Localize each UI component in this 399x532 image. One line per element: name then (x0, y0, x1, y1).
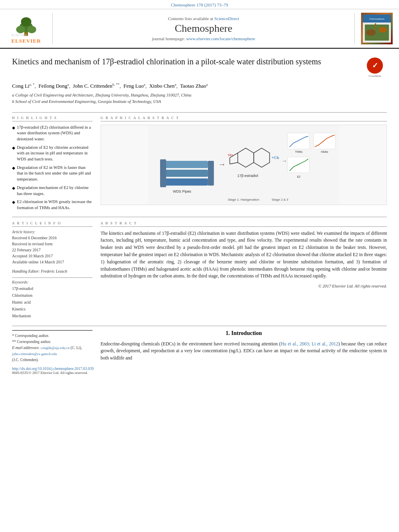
author-taotao-zhao: Taotao Zhao (180, 83, 206, 89)
handling-editor: Handling Editor: Frederic Leusch (12, 268, 93, 274)
email-conglik[interactable]: conglik@zju.edu.cn (41, 346, 70, 350)
svg-rect-18 (160, 159, 166, 187)
svg-point-3 (27, 26, 36, 33)
introduction-heading: 1. Introduction (101, 330, 387, 337)
bullet-5: ◆ (12, 199, 15, 205)
journal-reference-bar: Chemosphere 178 (2017) 73–79 (0, 0, 399, 9)
received-revised-date: 22 February 2017 (12, 247, 93, 253)
affiliation-a: a College of Civil Engineering and Archi… (12, 92, 387, 99)
svg-rect-15 (160, 170, 208, 177)
homepage-url[interactable]: www.elsevier.com/locate/chemosphere (186, 36, 255, 41)
svg-rect-12 (375, 23, 376, 31)
accepted-date: Accepted 10 March 2017 (12, 253, 93, 259)
highlights-column: H I G H L I G H T S ◆ 17β-estradiol (E2)… (12, 116, 93, 214)
doi-link[interactable]: http://dx.doi.org/10.1016/j.chemosphere.… (12, 367, 93, 371)
journal-reference-text: Chemosphere 178 (2017) 73–79 (171, 2, 228, 7)
svg-rect-29 (288, 133, 309, 149)
author-cong-li: Cong Li (12, 83, 29, 89)
journal-header: ELSEVIER ELSEVIER Contents lists availab… (0, 9, 399, 49)
svg-text:Chemosphere: Chemosphere (369, 18, 385, 20)
received-revised-label: Received in revised form (12, 241, 93, 247)
affiliation-b: b School of Civil and Environmental Engi… (12, 99, 387, 105)
footnotes-column: * Corresponding author. ** Corresponding… (12, 330, 93, 375)
sciencedirect-link[interactable]: ScienceDirect (214, 16, 239, 21)
ref-hu-2003[interactable]: Hu et al., 2003; Li et al., 2012 (281, 341, 338, 346)
svg-text:→: → (282, 158, 287, 164)
divider-after-affiliations (12, 112, 387, 113)
svg-text:E2: E2 (297, 175, 300, 178)
article-title-section: Kinetics and mechanism of 17β-estradiol … (0, 49, 399, 82)
article-history: Article history: Received 6 December 201… (12, 230, 93, 265)
footnote-star-star: ** Corresponding author. (12, 339, 93, 345)
author-crittenden: John C. Crittenden (73, 83, 112, 89)
author-feng-luo: Feng Luo (123, 83, 144, 89)
svg-text:17β-estradiol: 17β-estradiol (237, 173, 258, 177)
elsevier-logo: ELSEVIER ELSEVIER (0, 13, 52, 44)
copyright-text: © 2017 Elsevier Ltd. All rights reserved… (101, 284, 387, 288)
issn-text: 0045-6535/© 2017 Elsevier Ltd. All right… (12, 371, 93, 375)
svg-point-10 (366, 29, 376, 36)
email-crittenden[interactable]: john.crittenden@ce.gatech.edu (12, 352, 57, 356)
svg-text:→: → (218, 160, 226, 168)
graphical-abstract-svg: WDS Pipes → OH 17β-estradiol (101, 125, 387, 205)
keywords-list: 17β-estradiol Chlorination Humic acid Ki… (12, 285, 93, 319)
affiliations-section: a College of Civil Engineering and Archi… (0, 90, 399, 109)
abstract-heading: A B S T R A C T (101, 221, 387, 227)
article-info-heading: A R T I C L E I N F O (12, 221, 93, 227)
article-info-column: A R T I C L E I N F O Article history: R… (12, 221, 93, 322)
keywords-label: Keywords: (12, 280, 93, 284)
abstract-column: A B S T R A C T The kinetics and mechani… (101, 221, 387, 322)
abstract-text: The kinetics and mechanisms of 17β-estra… (101, 230, 387, 280)
graphical-abstract-image: WDS Pipes → OH 17β-estradiol (101, 125, 387, 205)
journal-title: Chemosphere (53, 23, 354, 35)
svg-point-2 (16, 26, 25, 33)
keyword-4: Kinetics (12, 306, 93, 312)
divider-before-intro (12, 326, 387, 326)
elsevier-tree-icon: ELSEVIER (8, 13, 44, 37)
keyword-2: Chlorination (12, 292, 93, 299)
homepage-line: journal homepage: www.elsevier.com/locat… (53, 36, 354, 41)
svg-text:THMs: THMs (295, 150, 302, 153)
contents-line: Contents lists available at ScienceDirec… (53, 16, 354, 21)
article-title: Kinetics and mechanism of 17β-estradiol … (12, 56, 363, 67)
footnote-star: * Corresponding author. (12, 333, 93, 339)
handling-editor-text: Handling Editor: Frederic Leusch (12, 268, 93, 274)
highlight-item-2: ◆ Degradation of E2 by chlorine accelera… (12, 145, 93, 162)
graphical-abstract-heading: G R A P H I C A L A B S T R A C T (101, 116, 387, 121)
history-label: Article history: (12, 230, 93, 234)
crossmark-badge-container[interactable]: ✓ CrossMark (363, 56, 387, 78)
received-date: Received 6 December 2016 (12, 235, 93, 241)
svg-text:WDS Pipes: WDS Pipes (173, 189, 191, 193)
crossmark-icon[interactable]: ✓ (367, 58, 383, 74)
authors-section: Cong Lia, *, Feilong Donga, John C. Crit… (0, 82, 399, 90)
highlight-item-3: ◆ Degradation of E2 in WDS is faster tha… (12, 165, 93, 183)
corresponding-author-label: * Corresponding author. (12, 334, 49, 338)
introduction-text: Endocrine-disrupting chemicals (EDCs) in… (101, 341, 387, 362)
journal-thumbnail: Chemosphere (355, 12, 399, 45)
svg-rect-31 (313, 133, 335, 149)
bullet-1: ◆ (12, 125, 15, 131)
keyword-1: 17β-estradiol (12, 285, 93, 292)
svg-rect-17 (208, 161, 214, 185)
keywords-divider (12, 277, 93, 278)
keywords-section: Keywords: 17β-estradiol Chlorination Hum… (12, 280, 93, 319)
bullet-3: ◆ (12, 165, 15, 171)
journal-center-header: Contents lists available at ScienceDirec… (52, 13, 355, 44)
footnote-email-line: E-mail addresses: conglik@zju.edu.cn (C.… (12, 345, 93, 364)
bullet-2: ◆ (12, 145, 15, 151)
crossmark-label: CrossMark (368, 74, 381, 78)
info-abstract-section: A R T I C L E I N F O Article history: R… (0, 221, 399, 322)
svg-text:+Cl₂: +Cl₂ (271, 155, 279, 160)
highlight-item-5: ◆ E2 chlorination in WDS greatly increas… (12, 199, 93, 211)
highlight-item-4: ◆ Degradation mechanism of E2 by chlorin… (12, 185, 93, 197)
divider-after-highlights (12, 217, 387, 217)
introduction-column: 1. Introduction Endocrine-disrupting che… (101, 330, 387, 375)
bottom-section: * Corresponding author. ** Corresponding… (0, 330, 399, 375)
svg-text:Stage 1: Halogenation: Stage 1: Halogenation (228, 198, 259, 201)
svg-text:HAAs: HAAs (321, 150, 328, 153)
keyword-3: Humic acid (12, 299, 93, 306)
highlights-heading: H I G H L I G H T S (12, 116, 93, 121)
svg-point-4 (21, 17, 31, 26)
available-online: Available online 14 March 2017 (12, 259, 93, 265)
elsevier-brand-text: ELSEVIER (11, 38, 41, 44)
